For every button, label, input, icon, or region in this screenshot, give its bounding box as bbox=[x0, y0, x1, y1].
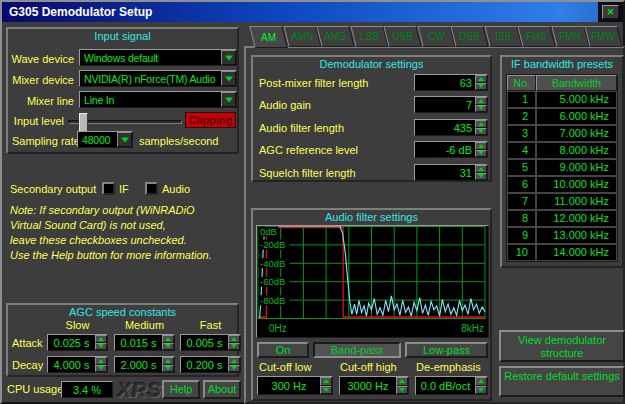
spinner[interactable] bbox=[95, 357, 107, 372]
spinner[interactable] bbox=[475, 120, 487, 135]
title-bar[interactable]: G305 Demodulator Setup ✕ bbox=[2, 2, 623, 22]
table-cell[interactable]: 8.000 kHz bbox=[536, 142, 617, 159]
table-cell[interactable]: 7.000 kHz bbox=[536, 125, 617, 142]
chevron-down-icon[interactable] bbox=[221, 92, 236, 107]
mixer-device-select[interactable]: NVIDIA(R) nForce(TM) Audio bbox=[79, 70, 237, 87]
post-mixer-filter-length-field[interactable]: 63 bbox=[414, 74, 488, 91]
tab-cw[interactable]: CW bbox=[417, 26, 455, 47]
spinner-up-icon[interactable] bbox=[228, 335, 240, 343]
band-pass-button[interactable]: Band-pass bbox=[313, 342, 401, 358]
spinner[interactable] bbox=[162, 357, 174, 372]
spinner-down-icon[interactable] bbox=[475, 128, 487, 136]
spinner-up-icon[interactable] bbox=[162, 357, 174, 365]
chevron-down-icon[interactable] bbox=[221, 50, 236, 65]
spinner-up-icon[interactable] bbox=[95, 335, 107, 343]
spinner-up-icon[interactable] bbox=[396, 377, 408, 386]
spinner-up-icon[interactable] bbox=[228, 357, 240, 365]
agc-decay-fast-field[interactable]: 0.200 s bbox=[180, 356, 241, 373]
chevron-down-icon[interactable] bbox=[221, 71, 236, 86]
tab-am[interactable]: AM bbox=[249, 26, 287, 48]
help-button[interactable]: Help bbox=[162, 380, 200, 399]
table-cell[interactable]: 9 bbox=[507, 227, 536, 244]
table-cell[interactable]: 4 bbox=[507, 142, 536, 159]
deemphasis-field[interactable]: 0.0 dB/oct bbox=[415, 376, 488, 395]
spinner-down-icon[interactable] bbox=[396, 386, 408, 395]
spinner-up-icon[interactable] bbox=[475, 120, 487, 128]
cutoff-low-field[interactable]: 300 Hz bbox=[257, 376, 333, 395]
restore-default-settings-button[interactable]: Restore default settings bbox=[499, 366, 625, 397]
table-cell[interactable]: 7 bbox=[507, 193, 536, 210]
spinner-down-icon[interactable] bbox=[475, 150, 487, 158]
agc-decay-slow-field[interactable]: 4.000 s bbox=[47, 356, 108, 373]
table-cell[interactable]: 12.000 kHz bbox=[536, 210, 617, 227]
table-cell[interactable]: 6.000 kHz bbox=[536, 108, 617, 125]
spinner[interactable] bbox=[396, 377, 408, 394]
table-cell[interactable]: 11.000 kHz bbox=[536, 193, 617, 210]
tab-amn[interactable]: AMN bbox=[283, 26, 321, 47]
table-cell[interactable]: 9.000 kHz bbox=[536, 159, 617, 176]
table-cell[interactable]: 8 bbox=[507, 210, 536, 227]
spinner[interactable] bbox=[320, 377, 332, 394]
table-cell[interactable]: 10 bbox=[507, 244, 536, 261]
spinner[interactable] bbox=[475, 97, 487, 112]
spinner-up-icon[interactable] bbox=[475, 97, 487, 105]
table-cell[interactable]: 14.000 kHz bbox=[536, 244, 617, 261]
spinner-up-icon[interactable] bbox=[475, 377, 487, 386]
audio-checkbox[interactable] bbox=[145, 182, 158, 195]
spinner[interactable] bbox=[475, 165, 487, 180]
spinner-up-icon[interactable] bbox=[95, 357, 107, 365]
tab-lsb[interactable]: LSB bbox=[350, 26, 388, 47]
input-level-slider[interactable] bbox=[68, 120, 182, 124]
spinner-down-icon[interactable] bbox=[162, 365, 174, 373]
spinner[interactable] bbox=[475, 75, 487, 90]
spinner-down-icon[interactable] bbox=[162, 343, 174, 351]
chevron-down-icon[interactable] bbox=[117, 132, 132, 147]
table-cell[interactable]: 10.000 kHz bbox=[536, 176, 617, 193]
spinner-down-icon[interactable] bbox=[475, 105, 487, 113]
sampling-rate-select[interactable]: 48000 bbox=[77, 131, 133, 148]
spinner-up-icon[interactable] bbox=[475, 142, 487, 150]
tab-ams[interactable]: AMS bbox=[316, 26, 354, 47]
table-cell[interactable]: 2 bbox=[507, 108, 536, 125]
spinner-down-icon[interactable] bbox=[475, 83, 487, 91]
spinner-down-icon[interactable] bbox=[95, 343, 107, 351]
spinner[interactable] bbox=[228, 335, 240, 350]
about-button[interactable]: About bbox=[203, 380, 241, 399]
tab-fmw[interactable]: FMW bbox=[585, 26, 623, 47]
spinner-down-icon[interactable] bbox=[320, 386, 332, 395]
spinner[interactable] bbox=[162, 335, 174, 350]
spinner-down-icon[interactable] bbox=[95, 365, 107, 373]
agc-reference-level-field[interactable]: -6 dB bbox=[414, 141, 488, 158]
spinner-down-icon[interactable] bbox=[228, 365, 240, 373]
spinner-down-icon[interactable] bbox=[475, 386, 487, 395]
table-cell[interactable]: 5 bbox=[507, 159, 536, 176]
wave-device-select[interactable]: Windows default bbox=[79, 49, 237, 66]
tab-fmn[interactable]: FMN bbox=[551, 26, 589, 47]
input-level-thumb[interactable] bbox=[79, 113, 88, 132]
table-cell[interactable]: 13.000 kHz bbox=[536, 227, 617, 244]
spinner[interactable] bbox=[475, 142, 487, 157]
mixer-line-select[interactable]: Line In bbox=[79, 91, 237, 108]
spinner-up-icon[interactable] bbox=[162, 335, 174, 343]
spinner[interactable] bbox=[228, 357, 240, 372]
table-cell[interactable]: 3 bbox=[507, 125, 536, 142]
tab-usb[interactable]: USB bbox=[384, 26, 422, 47]
agc-attack-fast-field[interactable]: 0.005 s bbox=[180, 334, 241, 351]
audio-filter-length-field[interactable]: 435 bbox=[414, 119, 488, 136]
agc-attack-slow-field[interactable]: 0.025 s bbox=[47, 334, 108, 351]
if-checkbox[interactable] bbox=[102, 182, 115, 195]
col-header-no[interactable]: No. bbox=[507, 75, 536, 91]
agc-attack-medium-field[interactable]: 0.015 s bbox=[114, 334, 175, 351]
tab-dsb[interactable]: DSB bbox=[451, 26, 489, 47]
spinner-up-icon[interactable] bbox=[475, 165, 487, 173]
cutoff-high-field[interactable]: 3000 Hz bbox=[339, 376, 409, 395]
table-cell[interactable]: 5.000 kHz bbox=[536, 91, 617, 108]
view-demodulator-structure-button[interactable]: View demodulator structure bbox=[499, 330, 625, 362]
spinner-down-icon[interactable] bbox=[475, 173, 487, 181]
audio-gain-field[interactable]: 7 bbox=[414, 96, 488, 113]
close-button[interactable]: ✕ bbox=[602, 5, 619, 19]
col-header-bandwidth[interactable]: Bandwidth bbox=[536, 75, 617, 91]
tab-fm6[interactable]: FM6 bbox=[518, 26, 556, 47]
squelch-filter-length-field[interactable]: 31 bbox=[414, 164, 488, 181]
spinner[interactable] bbox=[475, 377, 487, 394]
